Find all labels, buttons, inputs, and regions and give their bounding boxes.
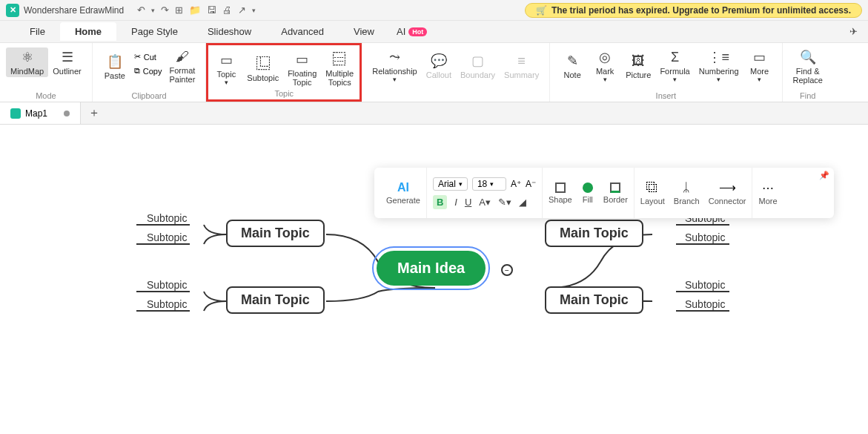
- subtopic-node[interactable]: Subtopic: [147, 231, 187, 243]
- group-insert: ✎Note ◎Mark▾ 🖼Picture ΣFormula▾ ⋮≡Number…: [550, 43, 782, 102]
- redo-icon[interactable]: ↷: [161, 4, 169, 16]
- subtopic-node[interactable]: Subtopic: [147, 212, 187, 224]
- outliner-button[interactable]: ☰Outliner: [48, 47, 86, 77]
- branch-button[interactable]: ᛦBranch: [674, 181, 700, 206]
- qat-dropdown-icon[interactable]: ▾: [252, 7, 256, 14]
- shape-icon: [555, 183, 566, 193]
- font-color-button[interactable]: A▾: [479, 197, 491, 208]
- banner-text: The trial period has expired. Upgrade to…: [551, 5, 851, 16]
- menu-advanced[interactable]: Advanced: [266, 22, 339, 41]
- subtopic-button[interactable]: ⿺Subtopic: [242, 50, 283, 88]
- hot-badge: Hot: [408, 27, 427, 36]
- note-button[interactable]: ✎Note: [556, 47, 589, 85]
- floating-topic-button[interactable]: ▭Floating Topic: [283, 50, 321, 88]
- chevron-down-icon: ▾: [673, 76, 677, 83]
- group-topic: ▭Topic▾ ⿺Subtopic ▭Floating Topic ⿳Multi…: [206, 43, 362, 102]
- multiple-icon: ⿳: [333, 52, 346, 68]
- menu-slideshow[interactable]: Slideshow: [193, 22, 266, 41]
- font-shrink-icon[interactable]: A⁻: [526, 179, 536, 189]
- underline-button[interactable]: U: [465, 197, 471, 208]
- trial-banner[interactable]: 🛒 The trial period has expired. Upgrade …: [525, 3, 862, 18]
- ai-generate-button[interactable]: AI Generate: [380, 168, 427, 218]
- format-painter-button[interactable]: 🖌Format Painter: [165, 47, 199, 85]
- outliner-icon: ☰: [62, 49, 73, 65]
- doc-tab-icon: [10, 108, 21, 119]
- callout-icon: 💬: [431, 53, 447, 69]
- save-icon[interactable]: 🖫: [207, 4, 216, 16]
- connector-button[interactable]: ⟶Connector: [709, 180, 746, 206]
- open-icon[interactable]: 📁: [189, 4, 201, 16]
- clear-format-button[interactable]: ◢: [519, 197, 526, 208]
- menu-file[interactable]: File: [15, 22, 60, 41]
- paste-button[interactable]: 📋Paste: [99, 47, 131, 85]
- insert-label: Insert: [656, 91, 677, 100]
- cut-button[interactable]: ✂Cut: [131, 50, 165, 63]
- undo-icon[interactable]: ↶: [137, 4, 145, 16]
- mindmap-button[interactable]: ⚛MindMap: [6, 47, 48, 77]
- export-icon[interactable]: ↗: [238, 4, 246, 16]
- collapse-button[interactable]: −: [501, 264, 513, 276]
- fill-button[interactable]: Fill: [583, 183, 593, 204]
- summary-button: ≡Summary: [500, 47, 543, 85]
- doc-tab[interactable]: Map1: [0, 102, 81, 124]
- note-icon: ✎: [567, 53, 578, 69]
- floating-toolbar: 📌 AI Generate Arial▾ 18▾ A⁺ A⁻ B I U A▾ …: [374, 168, 834, 218]
- topic-icon: ▭: [220, 52, 233, 68]
- undo-dropdown-icon[interactable]: ▾: [151, 7, 155, 14]
- group-clipboard: 📋Paste ✂Cut ⧉Copy 🖌Format Painter Clipbo…: [93, 43, 207, 102]
- bold-button[interactable]: B: [433, 195, 447, 209]
- main-idea-node[interactable]: Main Idea: [377, 251, 486, 286]
- multiple-topics-button[interactable]: ⿳Multiple Topics: [321, 50, 358, 88]
- mode-label: Mode: [36, 91, 56, 100]
- subtopic-node[interactable]: Subtopic: [685, 298, 725, 310]
- main-topic-node[interactable]: Main Topic: [545, 220, 643, 247]
- ai-icon: AI: [397, 181, 409, 194]
- font-grow-icon[interactable]: A⁺: [511, 179, 521, 189]
- print-icon[interactable]: 🖨: [222, 4, 232, 16]
- branch-icon: ᛦ: [683, 181, 690, 194]
- topic-button[interactable]: ▭Topic▾: [210, 50, 242, 88]
- find-replace-button[interactable]: 🔍Find & Replace: [789, 47, 827, 86]
- shape-button[interactable]: Shape: [549, 183, 572, 204]
- menu-home[interactable]: Home: [60, 22, 116, 41]
- copy-button[interactable]: ⧉Copy: [131, 65, 165, 77]
- main-topic-node[interactable]: Main Topic: [545, 286, 643, 314]
- picture-icon: 🖼: [632, 53, 645, 69]
- mark-button[interactable]: ◎Mark▾: [589, 47, 621, 85]
- highlight-button[interactable]: ✎▾: [498, 197, 511, 208]
- pin-icon[interactable]: 📌: [819, 171, 829, 180]
- copy-icon: ⧉: [134, 66, 140, 76]
- paste-icon: 📋: [107, 53, 123, 70]
- layout-button[interactable]: ⿻Layout: [640, 181, 665, 206]
- more-button[interactable]: ▭More▾: [743, 47, 776, 85]
- floating-icon: ▭: [296, 51, 308, 68]
- subtopic-node[interactable]: Subtopic: [685, 279, 725, 291]
- new-icon[interactable]: ⊞: [175, 4, 183, 16]
- menu-view[interactable]: View: [339, 22, 389, 41]
- italic-button[interactable]: I: [454, 197, 457, 208]
- menu-ai[interactable]: AI Hot: [397, 26, 427, 37]
- toolbar-more-button[interactable]: ⋯ More: [752, 168, 783, 218]
- canvas[interactable]: Main Idea − Main Topic Main Topic Main T…: [0, 125, 868, 433]
- unsaved-indicator: [64, 111, 70, 116]
- main-topic-node[interactable]: Main Topic: [226, 286, 325, 314]
- font-select[interactable]: Arial▾: [433, 177, 468, 191]
- main-topic-node[interactable]: Main Topic: [226, 220, 325, 247]
- formula-button[interactable]: ΣFormula▾: [655, 47, 694, 85]
- topic-label: Topic: [274, 89, 294, 98]
- doc-tab-label: Map1: [25, 108, 47, 119]
- menu-page-style[interactable]: Page Style: [116, 22, 193, 41]
- subtopic-node[interactable]: Subtopic: [147, 298, 187, 310]
- cart-icon: 🛒: [536, 5, 547, 16]
- send-icon[interactable]: ✈: [849, 26, 858, 37]
- border-button[interactable]: Border: [603, 183, 628, 204]
- group-mode: ⚛MindMap ☰Outliner Mode: [0, 43, 93, 102]
- relationship-button[interactable]: ⤳Relationship▾: [368, 47, 422, 85]
- subtopic-node[interactable]: Subtopic: [147, 279, 187, 291]
- picture-button[interactable]: 🖼Picture: [621, 47, 655, 85]
- add-tab-button[interactable]: ＋: [81, 105, 107, 121]
- numbering-button[interactable]: ⋮≡Numbering▾: [695, 47, 743, 85]
- font-size-select[interactable]: 18▾: [472, 177, 506, 191]
- subtopic-node[interactable]: Subtopic: [685, 231, 725, 243]
- brush-icon: 🖌: [176, 49, 189, 65]
